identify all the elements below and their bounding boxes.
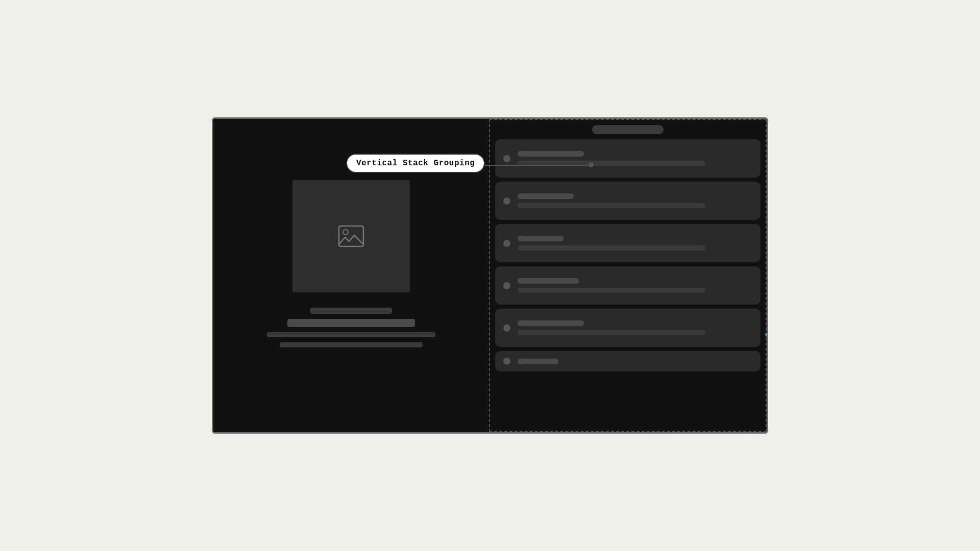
list-items [495, 139, 761, 431]
left-bars [224, 308, 479, 347]
list-item-partial [495, 351, 761, 371]
item-bar-bottom [518, 288, 705, 293]
left-bar-4 [280, 342, 423, 347]
list-dot [503, 324, 510, 332]
list-dot [503, 282, 510, 289]
item-bar-top [518, 320, 584, 326]
item-text [518, 278, 752, 293]
svg-point-1 [343, 230, 348, 235]
list-dot [503, 358, 510, 365]
item-bar-top [518, 193, 574, 199]
item-text [518, 359, 752, 364]
left-bar-3 [267, 332, 435, 337]
item-bar-top [518, 236, 564, 241]
image-icon [338, 225, 364, 247]
down-arrow [765, 151, 768, 344]
tooltip-label: Vertical Stack Grouping [346, 154, 485, 173]
item-text [518, 320, 752, 335]
item-bar-top [518, 278, 579, 284]
list-dot [503, 155, 510, 162]
list-dot [503, 197, 510, 205]
tooltip-connector-dot [589, 162, 594, 167]
item-bar-top [518, 151, 584, 157]
list-dot [503, 240, 510, 247]
top-bar-container [495, 125, 761, 134]
svg-rect-0 [339, 226, 363, 246]
item-bar-bottom [518, 245, 705, 251]
item-bar-bottom [518, 330, 705, 335]
item-bar-top [518, 359, 558, 364]
top-bar [592, 125, 664, 134]
right-panel [489, 119, 767, 432]
item-bar-bottom [518, 203, 705, 208]
left-bar-1 [310, 308, 392, 314]
item-text [518, 236, 752, 251]
list-item [495, 266, 761, 305]
list-item [495, 182, 761, 220]
left-bar-2 [287, 319, 415, 327]
arrow-head [765, 334, 768, 344]
main-frame: Vertical Stack Grouping [212, 117, 768, 434]
item-text [518, 151, 752, 166]
list-item [495, 309, 761, 347]
list-item [495, 139, 761, 178]
list-item [495, 224, 761, 262]
image-placeholder [292, 180, 410, 292]
item-text [518, 193, 752, 208]
